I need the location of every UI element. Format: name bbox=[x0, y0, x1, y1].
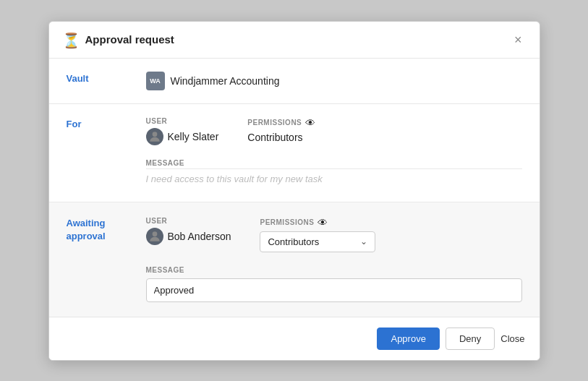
approve-button[interactable]: Approve bbox=[377, 328, 439, 350]
awaiting-user-label: USER bbox=[146, 217, 231, 225]
dialog-body: Vault WA Windjammer Accounting For USER bbox=[49, 59, 540, 317]
dialog-header: ⏳ Approval request × bbox=[49, 22, 540, 59]
hourglass-icon: ⏳ bbox=[62, 32, 78, 48]
for-user-avatar bbox=[146, 128, 163, 145]
awaiting-user-avatar bbox=[146, 228, 163, 245]
for-user-block: USER Kelly Slater bbox=[146, 117, 219, 145]
awaiting-content: USER Bob Anderson bbox=[146, 217, 522, 302]
awaiting-message-section: MESSAGE bbox=[146, 262, 522, 302]
vault-section: Vault WA Windjammer Accounting bbox=[49, 59, 540, 104]
awaiting-permissions-block: PERMISSIONS 👁 Contributors ⌄ bbox=[260, 217, 375, 252]
for-top-row: USER Kelly Slater bbox=[146, 117, 522, 145]
svg-point-0 bbox=[152, 132, 157, 137]
awaiting-user-value: Bob Anderson bbox=[146, 228, 231, 245]
awaiting-top-row: USER Bob Anderson bbox=[146, 217, 522, 252]
vault-name: Windjammer Accounting bbox=[171, 75, 280, 87]
vault-row: WA Windjammer Accounting bbox=[146, 72, 522, 90]
for-user-value: Kelly Slater bbox=[146, 128, 219, 145]
for-permissions-label: PERMISSIONS bbox=[247, 119, 302, 127]
for-permissions-label-row: PERMISSIONS 👁 bbox=[247, 117, 315, 129]
chevron-down-icon: ⌄ bbox=[360, 236, 367, 247]
awaiting-permissions-eye-icon: 👁 bbox=[318, 217, 328, 228]
for-section: For USER Kelly Slater bbox=[49, 104, 540, 202]
awaiting-user-block: USER Bob Anderson bbox=[146, 217, 231, 245]
for-message-section: MESSAGE I need access to this vault for … bbox=[146, 155, 522, 189]
awaiting-permissions-dropdown-value: Contributors bbox=[268, 236, 319, 247]
for-message-placeholder: I need access to this vault for my new t… bbox=[146, 168, 522, 189]
awaiting-section: Awaiting approval USER Bob Ander bbox=[49, 202, 540, 317]
vault-content: WA Windjammer Accounting bbox=[146, 72, 522, 90]
for-permissions-eye-icon: 👁 bbox=[305, 117, 315, 129]
awaiting-permissions-label: PERMISSIONS bbox=[260, 218, 314, 226]
close-button[interactable]: Close bbox=[500, 333, 524, 344]
svg-point-1 bbox=[152, 231, 157, 236]
deny-button[interactable]: Deny bbox=[446, 328, 495, 350]
awaiting-permissions-dropdown[interactable]: Contributors ⌄ bbox=[260, 231, 375, 252]
vault-label: Vault bbox=[67, 72, 132, 84]
for-content: USER Kelly Slater bbox=[146, 117, 522, 189]
for-message-label: MESSAGE bbox=[146, 159, 185, 167]
awaiting-message-input[interactable] bbox=[146, 278, 522, 302]
for-user-label: USER bbox=[146, 117, 219, 125]
approval-dialog: ⏳ Approval request × Vault WA Windjammer… bbox=[48, 21, 540, 361]
for-permissions-block: PERMISSIONS 👁 Contributors bbox=[247, 117, 315, 143]
awaiting-label: Awaiting approval bbox=[67, 217, 132, 243]
dialog-footer: Approve Deny Close bbox=[49, 317, 540, 360]
dialog-title: Approval request bbox=[85, 33, 503, 46]
for-user-name: Kelly Slater bbox=[168, 131, 219, 142]
for-permissions-value: Contributors bbox=[247, 132, 315, 143]
for-label: For bbox=[67, 117, 132, 129]
awaiting-permissions-label-row: PERMISSIONS 👁 bbox=[260, 217, 375, 228]
dialog-close-button[interactable]: × bbox=[510, 32, 527, 48]
awaiting-user-name: Bob Anderson bbox=[168, 231, 231, 242]
awaiting-message-label: MESSAGE bbox=[146, 266, 185, 274]
vault-avatar: WA bbox=[146, 72, 165, 90]
